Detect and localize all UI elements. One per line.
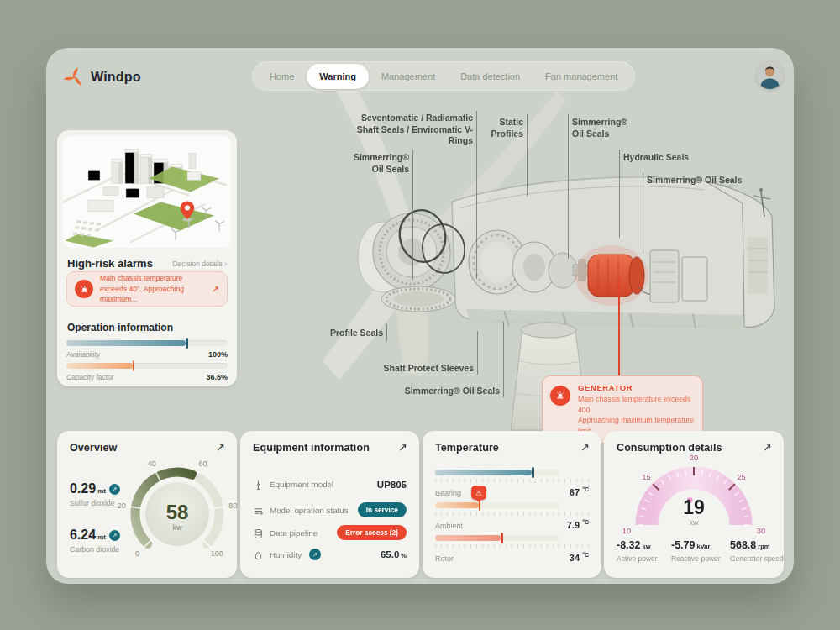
- leader-line: [568, 114, 569, 259]
- humidity-trend-badge[interactable]: ↗: [309, 549, 321, 560]
- sulfur-value: 0.29: [70, 481, 96, 496]
- availability-tick: [186, 338, 188, 349]
- capacity-value: 36.6%: [206, 373, 228, 381]
- main-navigation: Home Warning Management Data detection F…: [252, 61, 635, 91]
- overview-card: Overview ↗ 0.29mt↗ Sulfur dioxide 6.24mt…: [57, 431, 237, 578]
- rotor-label: Rotor: [435, 554, 454, 563]
- alert-text: Main chassis temperature exceeds 40°. Ap…: [100, 273, 205, 304]
- generator-alert-line1: Main chassis temperature exceeds 400.: [578, 394, 696, 415]
- capacity-tick: [133, 360, 135, 371]
- leader-line: [477, 331, 478, 375]
- svg-text:30: 30: [757, 526, 766, 535]
- availability-label: Availability: [66, 350, 100, 359]
- diagram-label-profile-seals: Profile Seals: [299, 328, 383, 339]
- generator-speed-label: Generator speed: [730, 554, 784, 563]
- alert-arrow-icon[interactable]: ↗: [212, 284, 219, 295]
- carbon-label: Carbon dioxide: [70, 545, 120, 554]
- rotor-track: [435, 535, 559, 541]
- capacity-label: Capacity factor: [66, 373, 114, 381]
- brand-logo[interactable]: Windpo: [63, 66, 141, 88]
- diagram-label-seventomatic: Seventomatic / Radiamatic Shaft Seals / …: [355, 113, 473, 147]
- humidity-row: Humidity ↗ 65.0%: [253, 549, 407, 560]
- rotor-value: 34 °C: [570, 552, 589, 563]
- bearing-track: [435, 470, 559, 475]
- reactive-power-unit: kVar: [697, 543, 711, 550]
- leader-line: [643, 172, 643, 255]
- data-pipeline-row: Data pipeline Error access (2): [253, 525, 407, 540]
- sulfur-stat: 0.29mt↗ Sulfur dioxide: [70, 481, 120, 507]
- nav-tab-home[interactable]: Home: [257, 64, 307, 89]
- ruler: [435, 479, 589, 483]
- rotor-row: Rotor 34 °C: [435, 535, 589, 563]
- status-icon: [253, 505, 264, 516]
- diagram-label-simmerring-top: Simmerring® Oil Seals: [572, 117, 631, 139]
- alarm-card-title: High-risk alarms: [67, 257, 153, 270]
- nav-tab-data-detection[interactable]: Data detection: [448, 64, 533, 89]
- svg-text:80: 80: [228, 501, 237, 510]
- nav-tab-management[interactable]: Management: [369, 64, 448, 89]
- capacity-meter: Capacity factor 36.6%: [66, 363, 228, 381]
- ambient-value: 7.9 °C: [567, 519, 589, 530]
- operation-status-row: Model opration status In service: [253, 502, 407, 517]
- equipment-model-row: Equipment model UP805: [253, 479, 407, 490]
- svg-text:100: 100: [211, 549, 223, 558]
- ruler: [435, 512, 589, 516]
- turbine-icon: [253, 479, 264, 490]
- active-power-unit: kw: [643, 543, 651, 550]
- rotor-tick: [501, 533, 503, 543]
- equipment-model-label: Equipment model: [270, 480, 371, 489]
- ambient-track: ⚠: [435, 502, 559, 508]
- temperature-warning-icon[interactable]: ⚠: [471, 486, 486, 500]
- diagram-label-simmerring-right: Simmerring® Oil Seals: [647, 175, 764, 186]
- capacity-fill: [66, 363, 133, 369]
- windmill-logo-icon: [63, 66, 85, 88]
- nav-tab-warning[interactable]: Warning: [307, 64, 369, 89]
- leader-line: [386, 324, 387, 341]
- leader-line: [476, 111, 477, 279]
- equipment-expand-icon[interactable]: ↗: [398, 442, 407, 453]
- brand-name: Windpo: [91, 70, 141, 85]
- alarm-card: High-risk alarms Decision details › Main…: [57, 130, 237, 386]
- overview-expand-icon[interactable]: ↗: [216, 442, 225, 453]
- reactive-power-stat: -5.79kVar Reactive power: [671, 537, 721, 563]
- generator-speed-unit: rpm: [758, 543, 769, 550]
- high-risk-alert[interactable]: Main chassis temperature exceeds 40°. Ap…: [66, 271, 228, 307]
- database-icon: [253, 528, 264, 538]
- svg-text:10: 10: [622, 526, 632, 535]
- sulfur-unit: mt: [97, 487, 106, 495]
- svg-text:25: 25: [737, 472, 746, 481]
- active-power-stat: -8.32kw Active power: [617, 537, 658, 563]
- svg-text:20: 20: [118, 501, 126, 510]
- temperature-expand-icon[interactable]: ↗: [580, 442, 590, 453]
- operation-status-label: Model opration status: [270, 506, 352, 515]
- consumption-card: Consumption details ↗ 1015202530 19 kw -…: [604, 431, 784, 578]
- carbon-stat: 6.24mt↗ Carbon dioxide: [70, 528, 120, 554]
- equipment-title: Equipment information: [253, 442, 370, 454]
- svg-text:0: 0: [135, 549, 139, 558]
- availability-value: 100%: [208, 350, 228, 359]
- overview-title: Overview: [70, 442, 117, 454]
- ambient-row: ⚠ Ambient 7.9 °C: [435, 502, 589, 530]
- diagram-label-simmerring-left: Simmerring® Oil Seals: [342, 152, 409, 175]
- equipment-model-value: UP805: [377, 480, 407, 490]
- main-panel: Seventomatic / Radiamatic Shaft Seals / …: [46, 48, 794, 584]
- temperature-title: Temperature: [435, 442, 499, 454]
- ruler: [435, 544, 589, 549]
- availability-fill: [66, 340, 186, 346]
- alarm-card-header: High-risk alarms Decision details ›: [67, 257, 227, 270]
- generator-speed-value: 568.8: [730, 539, 756, 551]
- consumption-gauge: 1015202530: [604, 443, 784, 537]
- error-access-badge[interactable]: Error access (2): [337, 525, 407, 540]
- in-service-badge: In service: [358, 502, 407, 517]
- diagram-label-static-profiles: Static Profiles: [490, 117, 523, 139]
- availability-track: [66, 340, 228, 346]
- user-avatar[interactable]: [756, 61, 784, 89]
- nav-tab-fan-management[interactable]: Fan management: [533, 64, 630, 89]
- decision-details-link[interactable]: Decision details ›: [172, 260, 227, 268]
- power-gauge: 020406080100: [114, 454, 237, 576]
- reactive-power-value: -5.79: [671, 539, 696, 551]
- city-map-image: [63, 136, 231, 248]
- humidity-value: 65.0%: [381, 549, 407, 559]
- bearing-fill: [435, 470, 532, 475]
- generator-leader-line: [618, 277, 620, 375]
